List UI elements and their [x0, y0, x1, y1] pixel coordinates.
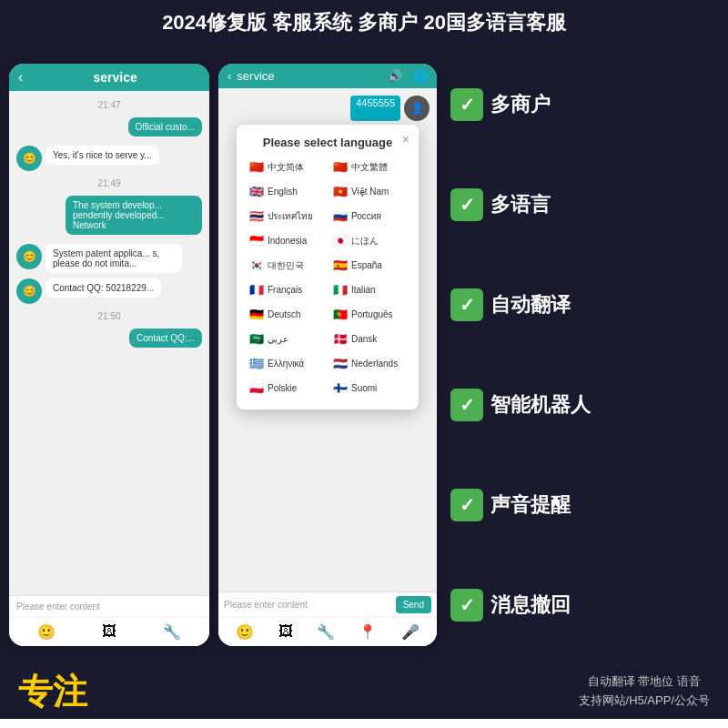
phone-left-input[interactable]: Please enter content	[9, 595, 209, 617]
globe-icon[interactable]: 🌐	[413, 69, 428, 83]
check-icon-4: ✓	[450, 489, 483, 521]
emoji-icon[interactable]: 🙂	[37, 623, 56, 641]
check-icon-5: ✓	[450, 589, 483, 622]
flag-icon-17: 🇳🇱	[333, 357, 348, 370]
bottom-bar: 专注 自动翻译 带地位 语音 支持网站/H5/APP/公众号	[0, 664, 728, 719]
lang-label-10: Français	[268, 285, 302, 295]
flag-icon-5: 🇷🇺	[333, 209, 348, 223]
flag-icon-16: 🇬🇷	[249, 357, 264, 370]
feature-item-5: ✓ 消息撤回	[450, 589, 714, 622]
bubble-official: Official custo...	[128, 117, 202, 136]
bottom-text-2: 支持网站/H5/APP/公众号	[579, 692, 710, 711]
bubble-3: The system develop... pendently develope…	[66, 196, 202, 235]
flag-icon-7: 🇯🇵	[333, 234, 348, 248]
dialog-title: Please select language	[246, 136, 410, 149]
lang-item-11[interactable]: 🇮🇹Italian	[329, 279, 410, 300]
feature-item-4: ✓ 声音提醒	[450, 489, 714, 521]
lang-label-16: Ελληνικά	[268, 359, 304, 369]
back-arrow-right-icon[interactable]: ‹	[228, 69, 231, 83]
lang-label-0: 中文简体	[268, 161, 304, 174]
lang-item-16[interactable]: 🇬🇷Ελληνικά	[246, 353, 326, 374]
bubble-6: Contact QQ:...	[129, 329, 202, 348]
flag-icon-6: 🇮🇩	[249, 234, 264, 248]
lang-item-1[interactable]: 🇨🇳中文繁體	[329, 157, 410, 177]
lang-item-4[interactable]: 🇹🇭ประเทศไทย	[246, 206, 326, 227]
bubble-4: System patent applica... s, please do no…	[46, 244, 182, 273]
dialog-close-button[interactable]: ×	[402, 132, 410, 147]
flag-icon-2: 🇬🇧	[249, 185, 264, 198]
lang-item-3[interactable]: 🇻🇳Việt Nam	[329, 181, 410, 202]
lang-label-6: Indonesia	[268, 236, 307, 246]
feature-text-4: 声音提醒	[490, 491, 571, 519]
bubble-2: Yes, it's nice to serve y...	[46, 146, 159, 165]
phone-left-toolbar: 🙂 🖼 🔧	[9, 617, 209, 646]
back-arrow-icon[interactable]: ‹	[18, 69, 23, 86]
image-icon[interactable]: 🖼	[102, 623, 116, 641]
lang-label-12: Deutsch	[268, 309, 301, 319]
lang-item-13[interactable]: 🇵🇹Português	[329, 304, 410, 325]
feature-text-2: 自动翻译	[490, 291, 571, 318]
lang-item-17[interactable]: 🇳🇱Nederlands	[329, 353, 410, 374]
lang-item-12[interactable]: 🇩🇪Deutsch	[246, 304, 326, 325]
phone-right-bar: ‹ service 🔊 🌐	[218, 64, 437, 88]
avatar-right: 👤	[404, 96, 430, 121]
main-area: ‹ service 21:47 Official custo... 😊 Yes,…	[0, 46, 728, 664]
tools-icon-right[interactable]: 🔧	[317, 623, 335, 641]
phone-right-input[interactable]: Please enter content	[224, 600, 396, 610]
lang-item-7[interactable]: 🇯🇵にほん	[329, 230, 410, 251]
lang-item-6[interactable]: 🇮🇩Indonesia	[246, 230, 326, 251]
lang-label-11: Italian	[351, 285, 376, 295]
bubble-5: Contact QQ: 50218229...	[46, 278, 161, 298]
flag-icon-12: 🇩🇪	[249, 308, 264, 321]
chat-area-right: 4455555 👤 Please select language × 🇨🇳中文简…	[218, 88, 437, 592]
flag-icon-15: 🇩🇰	[333, 332, 348, 346]
phone-left-bar: ‹ service	[9, 64, 209, 91]
phone-right: ‹ service 🔊 🌐 4455555 👤 Please select la…	[218, 64, 437, 646]
flag-icon-4: 🇹🇭	[249, 209, 264, 223]
flag-icon-3: 🇻🇳	[333, 185, 348, 198]
flag-icon-14: 🇸🇦	[249, 332, 264, 346]
lang-item-14[interactable]: 🇸🇦عربي	[246, 329, 326, 349]
tools-icon[interactable]: 🔧	[163, 623, 181, 641]
location-icon-right[interactable]: 📍	[359, 623, 377, 641]
sound-icon[interactable]: 🔊	[388, 69, 402, 83]
image-icon-right[interactable]: 🖼	[278, 623, 293, 641]
lang-label-19: Suomi	[351, 383, 377, 393]
page-header: 2024修复版 客服系统 多商户 20国多语言客服	[0, 0, 728, 46]
lang-label-8: 대한민국	[268, 259, 304, 272]
feature-text-0: 多商户	[490, 91, 551, 118]
feature-text-5: 消息撤回	[490, 592, 571, 619]
lang-item-15[interactable]: 🇩🇰Dansk	[329, 329, 410, 349]
send-button[interactable]: Send	[396, 596, 431, 613]
bottom-right: 自动翻译 带地位 语音 支持网站/H5/APP/公众号	[579, 672, 710, 711]
timestamp-2: 21:49	[16, 178, 202, 188]
lang-label-17: Nederlands	[351, 359, 398, 369]
lang-item-5[interactable]: 🇷🇺Россия	[329, 206, 410, 227]
timestamp-1: 21:47	[16, 100, 202, 110]
mic-icon-right[interactable]: 🎤	[401, 623, 420, 641]
check-icon-1: ✓	[450, 188, 483, 221]
timestamp-3: 21:50	[16, 311, 202, 321]
lang-item-18[interactable]: 🇵🇱Polskie	[246, 378, 326, 399]
lang-item-8[interactable]: 🇰🇷대한민국	[246, 255, 326, 276]
chat-msg-1: 😊 Yes, it's nice to serve y...	[16, 146, 202, 171]
emoji-icon-right[interactable]: 🙂	[236, 623, 254, 641]
lang-label-5: Россия	[351, 211, 381, 221]
flag-icon-9: 🇪🇸	[333, 258, 348, 272]
avatar-2: 😊	[16, 244, 42, 269]
bottom-text-1: 自动翻译 带地位 语音	[579, 672, 710, 692]
lang-item-2[interactable]: 🇬🇧English	[246, 181, 326, 202]
lang-item-10[interactable]: 🇫🇷Français	[246, 279, 326, 300]
flag-icon-11: 🇮🇹	[333, 283, 348, 297]
phone-right-toolbar: 🙂 🖼 🔧 📍 🎤	[218, 617, 437, 646]
feature-text-3: 智能机器人	[490, 391, 591, 419]
zhuanzhu-text: 专注	[18, 669, 87, 715]
flag-icon-19: 🇫🇮	[333, 381, 348, 395]
lang-item-0[interactable]: 🇨🇳中文简体	[246, 157, 326, 177]
language-dialog: Please select language × 🇨🇳中文简体🇨🇳中文繁體🇬🇧E…	[237, 125, 419, 410]
lang-item-9[interactable]: 🇪🇸España	[329, 255, 410, 276]
lang-item-19[interactable]: 🇫🇮Suomi	[329, 378, 410, 399]
check-icon-0: ✓	[450, 88, 483, 121]
bottom-left: 专注	[18, 669, 87, 715]
lang-label-9: España	[351, 260, 382, 270]
